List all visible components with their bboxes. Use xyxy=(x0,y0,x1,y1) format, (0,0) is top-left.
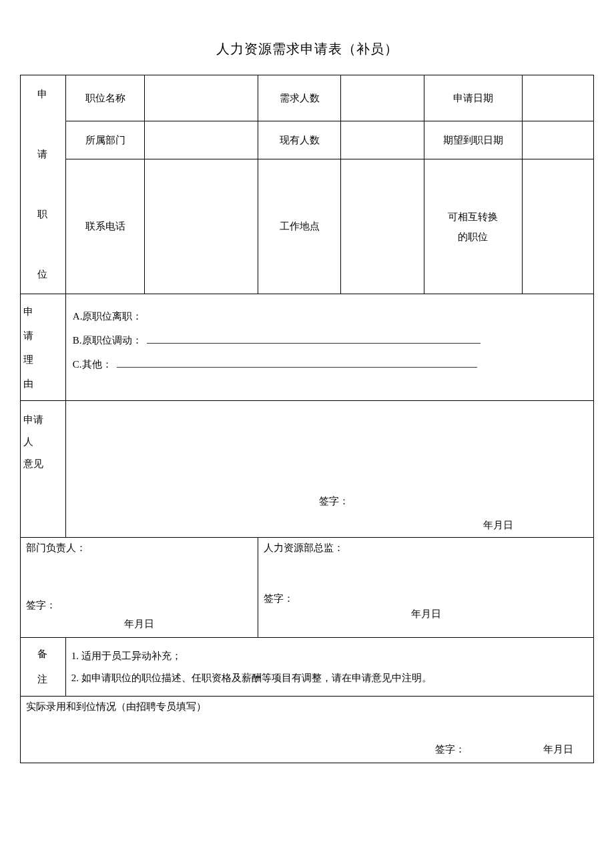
dept-head-date: 年月日 xyxy=(124,618,154,630)
label-dept: 所属部门 xyxy=(65,121,145,159)
side-reason: 申 请 理 由 xyxy=(21,294,66,401)
reason-a: A.原职位离职： xyxy=(73,304,587,328)
actual-label: 实际录用和到位情况（由招聘专员填写） xyxy=(26,701,206,712)
remarks-content: 1. 适用于员工异动补充； 2. 如申请职位的职位描述、任职资格及薪酬等项目有调… xyxy=(65,638,593,697)
reason-content[interactable]: A.原职位离职： B.原职位调动： C.其他： xyxy=(65,294,593,401)
side-remarks: 备 注 xyxy=(21,638,66,697)
field-dept[interactable] xyxy=(145,121,258,159)
label-expect-date: 期望到职日期 xyxy=(424,121,522,159)
field-req-count[interactable] xyxy=(341,75,424,121)
field-job-name[interactable] xyxy=(145,75,258,121)
actual-sig-date: 签字： 年月日 xyxy=(435,743,574,756)
dept-head-sig: 签字： xyxy=(26,599,56,612)
form-title: 人力资源需求申请表（补员） xyxy=(20,40,594,58)
side-opinion: 申请 人 意见 xyxy=(21,401,66,538)
field-cur-count[interactable] xyxy=(341,121,424,159)
dept-head-label: 部门负责人： xyxy=(26,542,86,553)
label-job-name: 职位名称 xyxy=(65,75,145,121)
hr-head-block[interactable]: 人力资源部总监： 签字： 年月日 xyxy=(258,538,594,638)
label-apply-date: 申请日期 xyxy=(424,75,522,121)
side-apply-position: 申 请 职 位 xyxy=(21,75,66,294)
hr-head-label: 人力资源部总监： xyxy=(264,542,344,553)
label-inter-pos: 可相互转换 的职位 xyxy=(424,159,522,294)
field-expect-date[interactable] xyxy=(522,121,593,159)
field-work-loc[interactable] xyxy=(341,159,424,294)
dept-head-block[interactable]: 部门负责人： 签字： 年月日 xyxy=(21,538,258,638)
opinion-signature[interactable]: 签字： 年月日 xyxy=(65,481,593,538)
reason-c: C.其他： xyxy=(73,352,587,376)
opinion-sig-label: 签字： xyxy=(319,495,349,508)
field-apply-date[interactable] xyxy=(522,75,593,121)
remarks-line-1: 1. 适用于员工异动补充； xyxy=(71,645,588,667)
field-inter-pos[interactable] xyxy=(522,159,593,294)
opinion-date: 年月日 xyxy=(483,519,513,532)
hr-head-sig: 签字： xyxy=(264,592,294,605)
label-work-loc: 工作地点 xyxy=(258,159,341,294)
remarks-line-2: 2. 如申请职位的职位描述、任职资格及薪酬等项目有调整，请在申请意见中注明。 xyxy=(71,667,588,689)
form-table: 申 请 职 位 职位名称 需求人数 申请日期 所属部门 现有人数 期望到职日期 … xyxy=(20,75,594,763)
reason-b: B.原职位调动： xyxy=(73,328,587,352)
hr-head-date: 年月日 xyxy=(411,608,441,620)
label-phone: 联系电话 xyxy=(65,159,145,294)
actual-block[interactable]: 实际录用和到位情况（由招聘专员填写） 签字： 年月日 xyxy=(21,697,594,763)
label-cur-count: 现有人数 xyxy=(258,121,341,159)
label-req-count: 需求人数 xyxy=(258,75,341,121)
opinion-content[interactable] xyxy=(65,401,593,481)
field-phone[interactable] xyxy=(145,159,258,294)
